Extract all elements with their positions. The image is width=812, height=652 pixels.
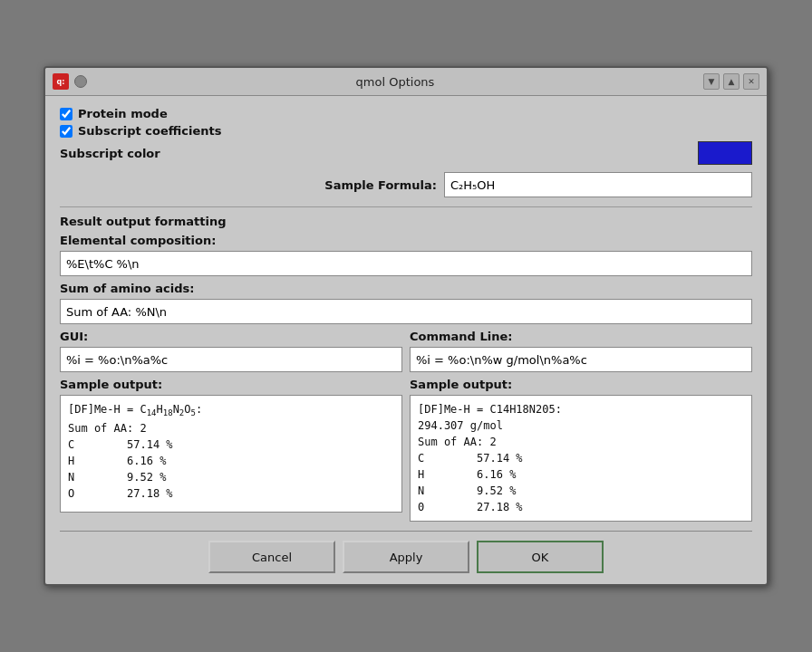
cmdline-col: Command Line: [410,330,752,372]
sample-formula-input[interactable] [444,172,752,197]
protein-mode-row: Protein mode [60,107,752,120]
ok-button[interactable]: OK [477,541,604,573]
divider-1 [60,206,752,207]
cmd-line-3: C 57.14 % [418,450,744,466]
subscript-color-row: Subscript color [60,141,752,165]
protein-mode-checkbox[interactable] [60,108,72,120]
gui-line-4: N 9.52 % [68,469,394,485]
maximize-button[interactable]: ▲ [723,73,740,90]
title-bar: q: qmol Options ▼ ▲ ✕ [45,68,767,96]
button-row: Cancel Apply OK [60,531,752,573]
title-bar-left: q: [53,73,87,90]
gui-line-3: H 6.16 % [68,453,394,469]
window-controls: ▼ ▲ ✕ [703,73,759,90]
app-icon: q: [53,73,69,90]
subscript-color-label: Subscript color [60,147,160,160]
cmdline-output-box: [DF]Me-H = C14H18N205: 294.307 g/mol Sum… [410,395,752,522]
close-button[interactable]: ✕ [743,73,759,90]
gui-input[interactable] [60,347,402,372]
cmd-line-1: 294.307 g/mol [418,417,744,434]
window-title: qmol Options [87,75,703,89]
sample-outputs: Sample output: [DF]Me-H = C14H18N2O5: Su… [60,378,752,522]
protein-mode-label: Protein mode [78,107,168,120]
elemental-input[interactable] [60,251,752,276]
gui-output-label: Sample output: [60,378,402,391]
amino-acids-label: Sum of amino acids: [60,282,194,295]
subscript-coefficients-row: Subscript coefficients [60,124,752,138]
main-window: q: qmol Options ▼ ▲ ✕ Protein mode Subsc… [44,66,768,586]
cmdline-label: Command Line: [410,330,752,343]
elemental-row: Elemental composition: [60,234,752,247]
amino-acids-row: Sum of amino acids: [60,282,752,295]
apply-button[interactable]: Apply [343,541,469,573]
cmdline-input[interactable] [410,347,752,372]
dialog-content: Protein mode Subscript coefficients Subs… [45,96,767,584]
cmd-line-4: H 6.16 % [418,466,744,483]
elemental-label: Elemental composition: [60,234,216,247]
subscript-color-swatch[interactable] [698,141,752,165]
subscript-coefficients-label: Subscript coefficients [78,124,221,138]
cmd-line-5: N 9.52 % [418,483,744,499]
cmdline-output-label: Sample output: [410,378,752,391]
gui-line-5: O 27.18 % [68,485,394,502]
result-output-header: Result output formatting [60,215,752,228]
format-inputs: GUI: Command Line: [60,330,752,372]
menu-dot[interactable] [74,75,87,88]
gui-col: GUI: [60,330,402,372]
cancel-button[interactable]: Cancel [208,541,335,573]
gui-line-0: [DF]Me-H = C14H18N2O5: [68,401,394,420]
cmd-line-0: [DF]Me-H = C14H18N205: [418,401,744,417]
minimize-button[interactable]: ▼ [703,73,720,90]
gui-line-1: Sum of AA: 2 [68,420,394,436]
sample-formula-row: Sample Formula: [60,172,752,197]
amino-acids-input[interactable] [60,299,752,324]
subscript-coefficients-checkbox[interactable] [60,125,72,138]
cmd-line-2: Sum of AA: 2 [418,434,744,450]
gui-output-col: Sample output: [DF]Me-H = C14H18N2O5: Su… [60,378,402,522]
gui-output-box: [DF]Me-H = C14H18N2O5: Sum of AA: 2 C 57… [60,395,402,513]
cmd-line-6: 0 27.18 % [418,499,744,515]
gui-line-2: C 57.14 % [68,436,394,453]
cmdline-output-col: Sample output: [DF]Me-H = C14H18N205: 29… [410,378,752,522]
sample-formula-label: Sample Formula: [324,178,437,192]
gui-label: GUI: [60,330,402,343]
